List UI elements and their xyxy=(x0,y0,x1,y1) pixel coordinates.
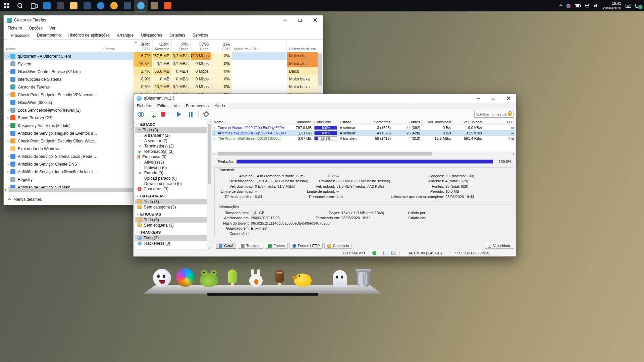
tab-utilizadores[interactable]: Utilizadores xyxy=(137,32,166,39)
sidebar-scrollbar[interactable] xyxy=(207,119,212,250)
menu-ficheiro[interactable]: Ficheiro xyxy=(137,104,151,108)
torrent-column-eta[interactable]: TEF xyxy=(483,119,515,125)
brave-taskbar-button[interactable] xyxy=(161,0,174,11)
filter-estado-download-parado-0[interactable]: ↓Download parado (0) xyxy=(135,181,207,186)
torrent-column-size[interactable]: Tamanho xyxy=(292,119,313,125)
process-row[interactable]: qBittorrent - A Bittorrent Client16,7%26… xyxy=(4,52,318,60)
connection-status-icon[interactable] xyxy=(372,251,376,255)
filter-estado-retomado-s-3[interactable]: ▶Retomado(s) (3) xyxy=(135,149,207,154)
section-estado[interactable]: ESTADO xyxy=(135,121,207,127)
column-header-motor[interactable]: Motor da GPU xyxy=(232,40,286,52)
glasswire-tray-icon[interactable] xyxy=(566,4,571,8)
minimize-button[interactable] xyxy=(471,94,486,103)
dock-bunny-with-carrot[interactable] xyxy=(246,274,266,287)
filter-estado-tudo-3[interactable]: Tudo (3) xyxy=(135,127,207,133)
tab-servi-os[interactable]: Serviços xyxy=(189,32,212,39)
delete-torrent-button[interactable] xyxy=(159,110,168,118)
tab-fontes[interactable]: Fontes xyxy=(265,243,288,249)
filter-estado-terminado-s-2[interactable]: ✓Terminado(s) (2) xyxy=(135,143,207,149)
qbittorrent-titlebar[interactable]: qBittorrent v4.2.5 xyxy=(133,94,516,103)
pause-button[interactable] xyxy=(186,110,195,118)
column-header-energy[interactable]: Utilização de energia xyxy=(286,40,318,52)
column-header-net[interactable]: 17%Rede xyxy=(191,40,211,52)
filter-estado-parado-0[interactable]: ■Parado (0) xyxy=(135,170,207,176)
search-button[interactable] xyxy=(13,0,27,11)
tab-trackers[interactable]: Trackers xyxy=(238,243,263,249)
filter-estado-inativo-s-0[interactable]: ↕Inativo(s) (0) xyxy=(135,165,207,170)
scrollbar-thumb[interactable] xyxy=(208,124,211,184)
scrollbar-thumb[interactable] xyxy=(218,152,432,156)
qbittorrent-taskbar-button[interactable] xyxy=(134,0,148,11)
filter-estado-a-transferir-1[interactable]: ↓A transferir (1) xyxy=(135,133,207,138)
gimp-taskbar-button[interactable] xyxy=(148,0,161,11)
torrent-row[interactable]: ↑Artemis.Fowl.2020.HDRip.XviD.AC3-EVO[TG… xyxy=(212,130,515,136)
torrent-column-progress[interactable]: Concluído xyxy=(313,119,338,125)
start-button[interactable] xyxy=(0,0,13,11)
torrent-row[interactable]: ↓The Wolf of Wall Street (2013) [1080p]2… xyxy=(212,136,515,141)
tab-conte-do[interactable]: Conteúdo xyxy=(324,243,352,249)
column-header-disk[interactable]: 2%Disco xyxy=(171,40,191,52)
menu-ver[interactable]: Ver xyxy=(174,104,180,108)
column-header-gpu[interactable]: 0%GPU xyxy=(211,40,232,52)
honey-taskbar-button[interactable] xyxy=(107,0,121,11)
sidebar-splitter[interactable] xyxy=(212,119,212,241)
torrent-column-seeds[interactable]: Sementes xyxy=(371,119,392,125)
scroll-up-icon[interactable] xyxy=(207,119,212,124)
torrent-column-dl[interactable]: Vel. download xyxy=(422,119,452,125)
scroll-left-icon[interactable] xyxy=(5,189,7,191)
filter-estado-a-semear-2[interactable]: ↑A semear (2) xyxy=(135,138,207,143)
filter-estado-em-pausa-0[interactable]: Em pausa (0) xyxy=(135,154,207,160)
column-header-mem[interactable]: 63%Memória xyxy=(152,40,171,52)
menu-editar[interactable]: Editar xyxy=(157,104,168,108)
options-button[interactable] xyxy=(202,110,211,118)
table-horizontal-scrollbar[interactable] xyxy=(212,152,515,156)
section-trackers[interactable]: TRACKERS xyxy=(135,229,207,235)
network-icon[interactable] xyxy=(585,4,589,8)
torrent-column-name[interactable]: Nome xyxy=(212,119,292,125)
column-header-name[interactable]: Nome xyxy=(4,40,101,52)
filter-categorias-tudo-3[interactable]: Tudo (3) xyxy=(135,199,207,204)
minimize-button[interactable] xyxy=(277,15,292,25)
dock-boo-ghost[interactable] xyxy=(152,269,172,287)
activity-monitor-icon[interactable] xyxy=(626,4,631,8)
torrent-filter-input[interactable] xyxy=(480,112,507,116)
tray-expand-chevron-icon[interactable] xyxy=(559,4,562,7)
task-manager-titlebar[interactable]: Gestor de Tarefas xyxy=(4,15,323,25)
tab-arranque[interactable]: Arranque xyxy=(113,32,137,39)
filter-trackers-tudo-3[interactable]: Tudo (3) xyxy=(135,235,207,241)
dock-colorful-planet[interactable] xyxy=(176,268,195,287)
dock-trash-can[interactable] xyxy=(354,271,373,287)
tab-hist-rico-de-aplica-es[interactable]: Histórico de aplicações xyxy=(64,32,113,39)
section-etiquetas[interactable]: ETIQUETAS xyxy=(135,211,207,217)
skype-taskbar-button[interactable] xyxy=(54,0,67,11)
file-explorer-taskbar-button[interactable] xyxy=(67,0,80,11)
close-button[interactable] xyxy=(501,94,516,103)
add-torrent-link-button[interactable] xyxy=(136,110,145,118)
process-row[interactable]: Gestor de Tarefas0,6%23,7 MB0,1 MB/s0 Mb… xyxy=(4,83,318,91)
filter-estado-ativo-s-3[interactable]: ↕Ativo(s) (3) xyxy=(135,160,207,165)
torrent-column-peers[interactable]: Fontes xyxy=(392,119,422,125)
tab-detalhes[interactable]: Detalhes xyxy=(166,32,189,39)
torrent-row[interactable]: ↑Force.of.Nature.2020.720p.BluRay.800MB.… xyxy=(212,125,515,130)
dock-frog[interactable] xyxy=(199,273,219,287)
photos-taskbar-button[interactable] xyxy=(80,0,94,11)
menu-ferramentas[interactable]: Ferramentas xyxy=(186,104,209,108)
maximize-button[interactable] xyxy=(486,94,501,103)
tab-desempenho[interactable]: Desempenho xyxy=(33,32,64,39)
steam-taskbar-button[interactable] xyxy=(121,0,134,11)
scrollbar-thumb[interactable] xyxy=(318,54,322,85)
notification-center-button[interactable]: 6 xyxy=(635,4,640,8)
filter-trackers-trackerless-0[interactable]: Trackerless (0) xyxy=(135,241,207,246)
menu-op-es[interactable]: Opções xyxy=(29,26,43,31)
close-button[interactable] xyxy=(308,15,323,25)
filter-categorias-sem-categoria-3[interactable]: Sem categoria (3) xyxy=(135,204,207,210)
lock-icon[interactable] xyxy=(508,113,512,116)
edge-taskbar-button[interactable] xyxy=(94,0,107,11)
process-row[interactable]: GlassWire Control Service (32 bits)2,4%5… xyxy=(4,68,318,75)
filter-etiquetas-tudo-3[interactable]: Tudo (3) xyxy=(135,217,207,223)
menu-ficheiro[interactable]: Ficheiro xyxy=(8,26,22,31)
resume-button[interactable] xyxy=(175,110,183,118)
column-header-cpu[interactable]: 38%CPU xyxy=(133,40,152,52)
volume-icon[interactable] xyxy=(594,4,598,8)
dock-chocolate-ice-bar[interactable] xyxy=(270,270,289,287)
